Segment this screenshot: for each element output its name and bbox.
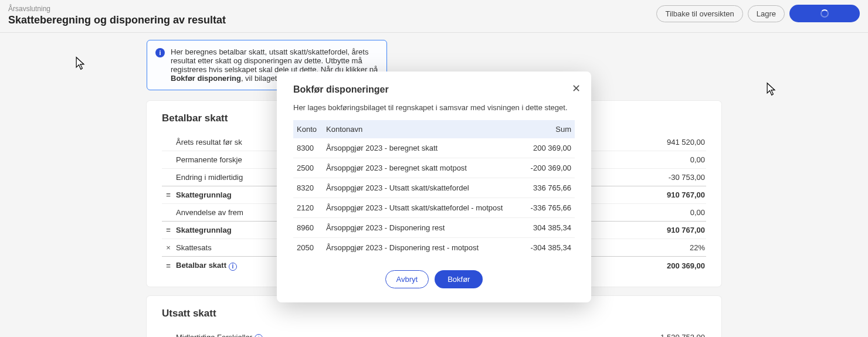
- cell-kontonavn: Årsoppgjør 2023 - Utsatt skatt/skattefor…: [323, 178, 523, 198]
- col-konto: Konto: [293, 120, 323, 138]
- table-row: 2050Årsoppgjør 2023 - Disponering rest -…: [293, 238, 575, 258]
- close-icon[interactable]: ✕: [572, 82, 581, 95]
- cell-konto: 8320: [293, 178, 323, 198]
- cell-konto: 2500: [293, 158, 323, 178]
- cell-sum: 304 385,34: [523, 218, 575, 238]
- bokfor-disponeringer-modal: Bokfør disponeringer ✕ Her lages bokføri…: [277, 72, 591, 302]
- cell-sum: 336 765,66: [523, 178, 575, 198]
- cell-konto: 8300: [293, 138, 323, 158]
- confirm-bokfor-button[interactable]: Bokfør: [435, 270, 483, 288]
- cell-sum: 200 369,00: [523, 138, 575, 158]
- cell-konto: 2050: [293, 238, 323, 258]
- cell-kontonavn: Årsoppgjør 2023 - Utsatt skatt/skattefor…: [323, 198, 523, 218]
- cell-konto: 8960: [293, 218, 323, 238]
- cell-sum: -304 385,34: [523, 238, 575, 258]
- cell-kontonavn: Årsoppgjør 2023 - Disponering rest - mot…: [323, 238, 523, 258]
- cell-kontonavn: Årsoppgjør 2023 - beregnet skatt: [323, 138, 523, 158]
- cell-kontonavn: Årsoppgjør 2023 - Disponering rest: [323, 218, 523, 238]
- table-row: 8320Årsoppgjør 2023 - Utsatt skatt/skatt…: [293, 178, 575, 198]
- table-row: 8960Årsoppgjør 2023 - Disponering rest30…: [293, 218, 575, 238]
- cell-sum: -336 765,66: [523, 198, 575, 218]
- modal-description: Her lages bokføringsbilaget til regnskap…: [293, 103, 575, 112]
- modal-overlay: Bokfør disponeringer ✕ Her lages bokføri…: [0, 0, 868, 337]
- modal-title: Bokfør disponeringer: [293, 84, 575, 95]
- table-row: 2500Årsoppgjør 2023 - beregnet skatt mot…: [293, 158, 575, 178]
- modal-table: Konto Kontonavn Sum 8300Årsoppgjør 2023 …: [293, 120, 575, 257]
- cell-konto: 2120: [293, 198, 323, 218]
- table-row: 8300Årsoppgjør 2023 - beregnet skatt200 …: [293, 138, 575, 158]
- table-row: 2120Årsoppgjør 2023 - Utsatt skatt/skatt…: [293, 198, 575, 218]
- col-sum: Sum: [523, 120, 575, 138]
- cell-sum: -200 369,00: [523, 158, 575, 178]
- cancel-button[interactable]: Avbryt: [385, 270, 429, 288]
- col-kontonavn: Kontonavn: [323, 120, 523, 138]
- cell-kontonavn: Årsoppgjør 2023 - beregnet skatt motpost: [323, 158, 523, 178]
